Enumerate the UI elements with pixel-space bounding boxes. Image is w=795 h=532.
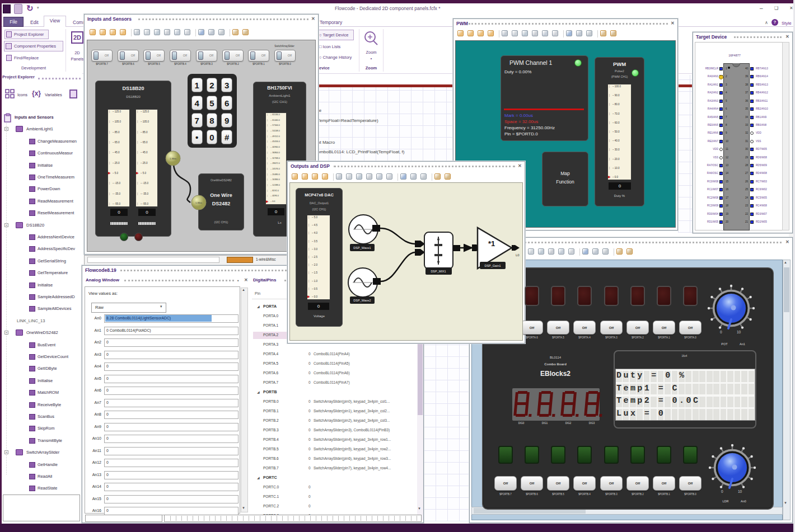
svg-text:L0: L0 [516,253,520,257]
svg-text:1-Wire: 1-Wire [170,157,177,160]
svg-text:DSP_Wave1: DSP_Wave1 [353,246,371,249]
svg-text:0: 0 [721,489,723,493]
svg-text:DSP_Gain1: DSP_Gain1 [484,264,501,267]
svg-text:DSP_MIX1: DSP_MIX1 [431,270,446,273]
svg-text:*1: *1 [488,239,495,248]
svg-text:0: 0 [720,330,722,334]
svg-text:1-Wire: 1-Wire [195,201,203,204]
svg-text:10: 10 [738,489,742,493]
svg-text:10: 10 [737,330,741,334]
svg-text:DSP_Wave2: DSP_Wave2 [353,299,371,302]
